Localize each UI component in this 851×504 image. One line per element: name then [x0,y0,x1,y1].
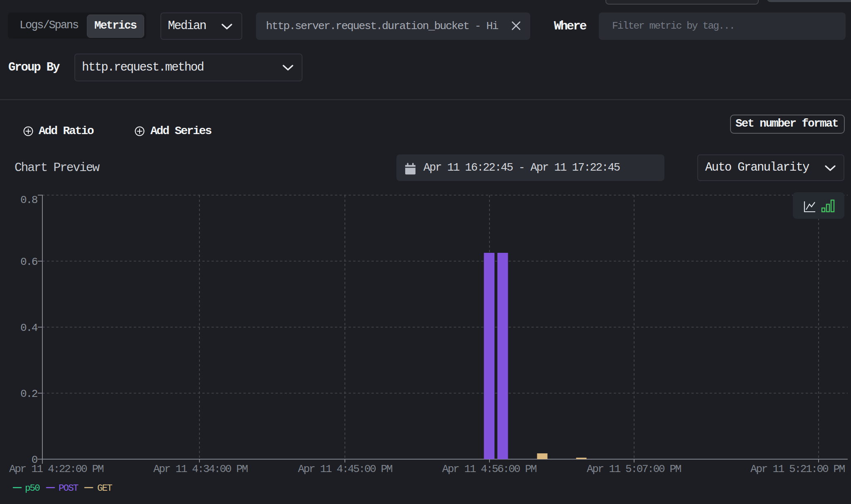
svg-text:0.6: 0.6 [20,256,37,268]
svg-text:POST: POST [59,483,79,494]
svg-text:0.2: 0.2 [20,388,37,400]
svg-text:Apr 11 4:22:00 PM: Apr 11 4:22:00 PM [9,463,103,475]
svg-text:Apr 11 5:07:00 PM: Apr 11 5:07:00 PM [587,463,681,475]
svg-text:GET: GET [97,483,112,494]
svg-text:Apr 11 4:56:00 PM: Apr 11 4:56:00 PM [442,463,536,475]
svg-text:0.8: 0.8 [20,194,37,206]
svg-text:p50: p50 [25,483,40,494]
svg-text:Apr 11 5:21:00 PM: Apr 11 5:21:00 PM [750,463,845,475]
svg-text:0.4: 0.4 [20,322,38,334]
svg-text:Apr 11 4:34:00 PM: Apr 11 4:34:00 PM [153,463,248,475]
svg-text:Apr 11 4:45:00 PM: Apr 11 4:45:00 PM [298,463,392,475]
